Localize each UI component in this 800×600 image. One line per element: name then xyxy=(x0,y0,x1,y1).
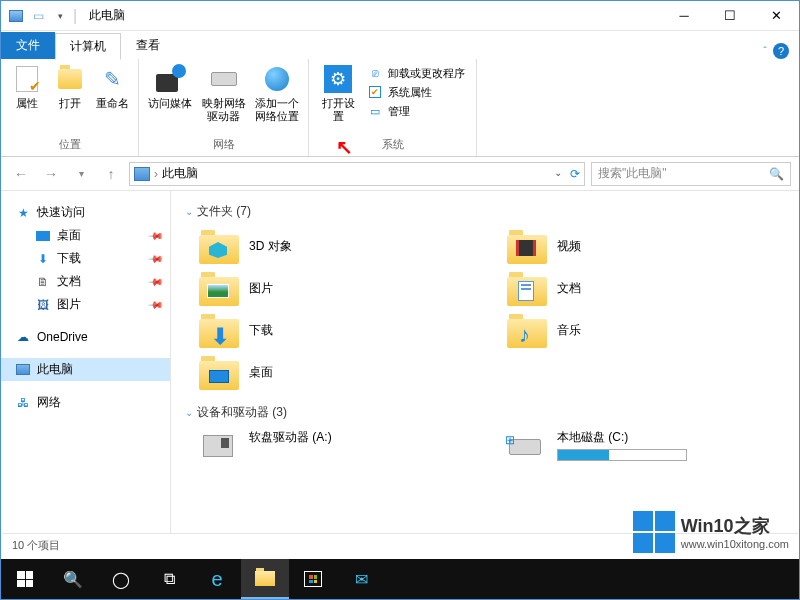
nav-desktop[interactable]: 桌面📌 xyxy=(1,224,170,247)
mail-icon[interactable]: ✉ xyxy=(337,559,385,599)
folder-3d-objects[interactable]: 3D 对象 xyxy=(199,228,477,264)
desktop-icon xyxy=(35,228,51,244)
drive-local-c[interactable]: ⊞ 本地磁盘 (C:) xyxy=(507,429,785,465)
help-icon[interactable]: ? xyxy=(773,43,789,59)
navigation-pane: ★ 快速访问 桌面📌 ⬇ 下载📌 🗎 文档📌 🖼 图片📌 ☁ OneDrive … xyxy=(1,191,171,551)
pc-icon xyxy=(134,167,150,181)
annotation-arrow: ↖ xyxy=(336,135,353,159)
nav-downloads[interactable]: ⬇ 下载📌 xyxy=(1,247,170,270)
rename-icon: ✎ xyxy=(97,63,129,95)
nav-quick-access[interactable]: ★ 快速访问 xyxy=(1,201,170,224)
breadcrumb-thispc[interactable]: 此电脑 xyxy=(162,165,198,182)
up-button[interactable]: ↑ xyxy=(99,162,123,186)
section-devices-header[interactable]: ⌄ 设备和驱动器 (3) xyxy=(185,404,785,421)
chevron-down-icon: ⌄ xyxy=(185,407,193,418)
drive-icon: ⊞ xyxy=(507,429,547,465)
minimize-button[interactable]: ─ xyxy=(661,1,707,31)
taskbar-search-icon[interactable]: 🔍 xyxy=(49,559,97,599)
content-pane: ⌄ 文件夹 (7) 3D 对象 视频 图片 文档 ⬇ 下载 xyxy=(171,191,799,551)
window-title: 此电脑 xyxy=(89,7,125,24)
nav-this-pc[interactable]: 此电脑 xyxy=(1,358,170,381)
pin-icon: 📌 xyxy=(148,273,164,289)
pc-icon xyxy=(15,362,31,378)
address-row: ← → ▾ ↑ › 此电脑 ⌄ ⟳ 搜索"此电脑" 🔍 xyxy=(1,157,799,191)
section-folders-header[interactable]: ⌄ 文件夹 (7) xyxy=(185,203,785,220)
map-drive-button[interactable]: 映射网络驱动器 xyxy=(201,63,247,123)
tab-view[interactable]: 查看 xyxy=(121,32,175,59)
folder-desktop[interactable]: 桌面 xyxy=(199,354,477,390)
manage-button[interactable]: ▭ 管理 xyxy=(367,103,465,119)
group-location-label: 位置 xyxy=(9,137,130,154)
system-properties-button[interactable]: ✔ 系统属性 xyxy=(367,84,465,100)
uninstall-programs-button[interactable]: ⎚ 卸载或更改程序 xyxy=(367,65,465,81)
collapse-ribbon-icon[interactable]: ˆ xyxy=(763,45,767,57)
start-button[interactable] xyxy=(1,559,49,599)
pin-icon: 📌 xyxy=(148,227,164,243)
folder-downloads[interactable]: ⬇ 下载 xyxy=(199,312,477,348)
tab-computer[interactable]: 计算机 xyxy=(55,33,121,60)
properties-button[interactable]: ✔ 属性 xyxy=(9,63,44,110)
document-icon: 🗎 xyxy=(35,274,51,290)
address-bar[interactable]: › 此电脑 ⌄ ⟳ xyxy=(129,162,585,186)
maximize-button[interactable]: ☐ xyxy=(707,1,753,31)
tab-file[interactable]: 文件 xyxy=(1,32,55,59)
group-network-label: 网络 xyxy=(147,137,300,154)
pictures-icon: 🖼 xyxy=(35,297,51,313)
watermark: Win10之家 www.win10xitong.com xyxy=(633,511,789,553)
pin-icon: 📌 xyxy=(148,250,164,266)
map-drive-icon xyxy=(208,63,240,95)
forward-button[interactable]: → xyxy=(39,162,63,186)
open-icon xyxy=(54,63,86,95)
folder-documents[interactable]: 文档 xyxy=(507,270,785,306)
pin-icon: 📌 xyxy=(148,296,164,312)
cortana-icon[interactable]: ◯ xyxy=(97,559,145,599)
title-bar: ▭ ▾ | 此电脑 ─ ☐ ✕ xyxy=(1,1,799,31)
windows-logo-icon xyxy=(633,511,675,553)
settings-gear-icon: ⚙ xyxy=(322,63,354,95)
add-network-location-button[interactable]: 添加一个网络位置 xyxy=(254,63,300,123)
back-button[interactable]: ← xyxy=(9,162,33,186)
drive-floppy[interactable]: 软盘驱动器 (A:) xyxy=(199,429,477,465)
properties-icon: ✔ xyxy=(11,63,43,95)
download-icon: ⬇ xyxy=(35,251,51,267)
edge-icon[interactable]: e xyxy=(193,559,241,599)
onedrive-icon: ☁ xyxy=(15,329,31,345)
address-dropdown-icon[interactable]: ⌄ xyxy=(554,167,562,181)
folder-music[interactable]: ♪ 音乐 xyxy=(507,312,785,348)
nav-network[interactable]: 🖧 网络 xyxy=(1,391,170,414)
search-input[interactable]: 搜索"此电脑" 🔍 xyxy=(591,162,791,186)
globe-icon xyxy=(261,63,293,95)
sysprop-icon: ✔ xyxy=(367,84,383,100)
store-icon[interactable] xyxy=(289,559,337,599)
refresh-icon[interactable]: ⟳ xyxy=(570,167,580,181)
taskbar: 🔍 ◯ ⧉ e ✉ xyxy=(1,559,799,599)
app-icon xyxy=(7,7,25,25)
media-icon xyxy=(154,63,186,95)
item-count: 10 个项目 xyxy=(12,538,60,553)
ribbon: ✔ 属性 打开 ✎ 重命名 位置 访问媒体 映射网络驱动器 xyxy=(1,59,799,157)
folder-videos[interactable]: 视频 xyxy=(507,228,785,264)
open-settings-button[interactable]: ⚙ 打开设置 xyxy=(317,63,359,123)
nav-onedrive[interactable]: ☁ OneDrive xyxy=(1,326,170,348)
recent-dropdown[interactable]: ▾ xyxy=(69,162,93,186)
nav-pictures[interactable]: 🖼 图片📌 xyxy=(1,293,170,316)
search-icon: 🔍 xyxy=(769,167,784,181)
task-view-icon[interactable]: ⧉ xyxy=(145,559,193,599)
explorer-icon[interactable] xyxy=(241,559,289,599)
uninstall-icon: ⎚ xyxy=(367,65,383,81)
open-button[interactable]: 打开 xyxy=(52,63,87,110)
close-button[interactable]: ✕ xyxy=(753,1,799,31)
access-media-button[interactable]: 访问媒体 xyxy=(147,63,193,110)
star-icon: ★ xyxy=(15,205,31,221)
network-icon: 🖧 xyxy=(15,395,31,411)
rename-button[interactable]: ✎ 重命名 xyxy=(95,63,130,110)
qat-dropdown-icon[interactable]: ▾ xyxy=(51,7,69,25)
chevron-down-icon: ⌄ xyxy=(185,206,193,217)
ribbon-tabs: 文件 计算机 查看 ˆ ? xyxy=(1,31,799,59)
floppy-icon xyxy=(199,429,239,465)
nav-documents[interactable]: 🗎 文档📌 xyxy=(1,270,170,293)
folder-pictures[interactable]: 图片 xyxy=(199,270,477,306)
manage-icon: ▭ xyxy=(367,103,383,119)
qat-properties-icon[interactable]: ▭ xyxy=(29,7,47,25)
